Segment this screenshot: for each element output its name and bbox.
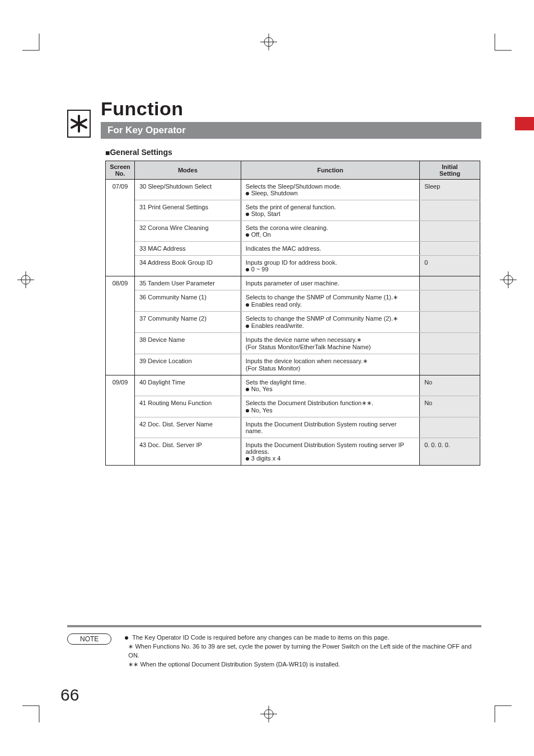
crop-mark-icon [22, 34, 45, 56]
function-cell: Inputs parameter of user machine. [241, 276, 419, 290]
initial-setting-cell [420, 221, 480, 242]
crop-mark-icon [489, 700, 512, 722]
page-number: 66 [60, 685, 79, 705]
table-row: 36 Community Name (1)Selects to change t… [106, 290, 480, 312]
table-header: Modes [134, 161, 241, 180]
initial-setting-cell: No [420, 375, 480, 396]
mode-cell: 33 MAC Address [134, 242, 241, 256]
registration-mark-icon [497, 269, 519, 291]
mode-cell: 38 Device Name [134, 333, 241, 354]
table-row: 07/0930 Sleep/Shutdown SelectSelects the… [106, 180, 480, 200]
function-asterisk-icon [67, 110, 91, 138]
registration-mark-icon [15, 269, 37, 291]
screen-no-cell: 07/09 [106, 180, 135, 276]
mode-cell: 31 Print General Settings [134, 200, 241, 221]
initial-setting-cell [420, 242, 480, 256]
table-row: 41 Routing Menu FunctionSelects the Docu… [106, 396, 480, 417]
table-header: Function [241, 161, 419, 180]
function-cell: Sets the corona wire cleaning.Off, On [241, 221, 419, 242]
note-badge: NOTE [67, 633, 111, 645]
table-row: 38 Device NameInputs the device name whe… [106, 333, 480, 354]
initial-setting-cell [420, 354, 480, 375]
registration-mark-icon [257, 703, 280, 725]
function-cell: Selects the Document Distribution functi… [241, 396, 419, 417]
table-row: 43 Doc. Dist. Server IPInputs the Docume… [106, 438, 480, 466]
function-cell: Inputs group ID for address book.0 ~ 99 [241, 256, 419, 276]
initial-setting-cell [420, 312, 480, 333]
initial-setting-cell [420, 200, 480, 221]
table-header: Screen No. [106, 161, 135, 180]
red-accent-bar [515, 117, 534, 130]
table-row: 08/0935 Tandem User ParameterInputs para… [106, 276, 480, 290]
screen-no-cell: 08/09 [106, 276, 135, 375]
screen-no-cell: 09/09 [106, 375, 135, 466]
function-cell: Sets the print of general function.Stop,… [241, 200, 419, 221]
crop-mark-icon [489, 34, 512, 56]
function-cell: Inputs the Document Distribution System … [241, 438, 419, 466]
section-heading: ■ General Settings [105, 148, 481, 157]
function-cell: Sets the daylight time.No, Yes [241, 375, 419, 396]
mode-cell: 41 Routing Menu Function [134, 396, 241, 417]
initial-setting-cell [420, 333, 480, 354]
function-cell: Inputs the device name when necessary.∗(… [241, 333, 419, 354]
table-header: Initial Setting [420, 161, 480, 180]
mode-cell: 35 Tandem User Parameter [134, 276, 241, 290]
mode-cell: 30 Sleep/Shutdown Select [134, 180, 241, 200]
function-cell: Indicates the MAC address. [241, 242, 419, 256]
mode-cell: 42 Doc. Dist. Server Name [134, 417, 241, 438]
mode-cell: 40 Daylight Time [134, 375, 241, 396]
mode-cell: 32 Corona Wire Cleaning [134, 221, 241, 242]
table-row: 34 Address Book Group IDInputs group ID … [106, 256, 480, 276]
function-cell: Inputs the device location when necessar… [241, 354, 419, 375]
mode-cell: 39 Device Location [134, 354, 241, 375]
crop-mark-icon [22, 700, 45, 722]
function-cell: Selects the Sleep/Shutdown mode.Sleep, S… [241, 180, 419, 200]
table-row: 09/0940 Daylight TimeSets the daylight t… [106, 375, 480, 396]
initial-setting-cell [420, 417, 480, 438]
table-row: 32 Corona Wire CleaningSets the corona w… [106, 221, 480, 242]
table-row: 42 Doc. Dist. Server NameInputs the Docu… [106, 417, 480, 438]
function-cell: Selects to change the SNMP of Community … [241, 312, 419, 333]
general-settings-table: Screen No. Modes Function Initial Settin… [105, 161, 480, 466]
initial-setting-cell [420, 276, 480, 290]
initial-setting-cell: 0 [420, 256, 480, 276]
table-row: 33 MAC AddressIndicates the MAC address. [106, 242, 480, 256]
page-subtitle: For Key Operator [101, 122, 481, 139]
page-title: Function [101, 98, 481, 120]
initial-setting-cell: 0. 0. 0. 0. [420, 438, 480, 466]
mode-cell: 43 Doc. Dist. Server IP [134, 438, 241, 466]
table-row: 37 Community Name (2)Selects to change t… [106, 312, 480, 333]
function-cell: Inputs the Document Distribution System … [241, 417, 419, 438]
initial-setting-cell [420, 290, 480, 312]
function-cell: Selects to change the SNMP of Community … [241, 290, 419, 312]
mode-cell: 34 Address Book Group ID [134, 256, 241, 276]
note-text: The Key Operator ID Code is required bef… [125, 633, 481, 669]
mode-cell: 37 Community Name (2) [134, 312, 241, 333]
registration-mark-icon [257, 31, 280, 53]
table-row: 31 Print General SettingsSets the print … [106, 200, 480, 221]
table-row: 39 Device LocationInputs the device loca… [106, 354, 480, 375]
horizontal-rule [67, 625, 481, 627]
initial-setting-cell: No [420, 396, 480, 417]
mode-cell: 36 Community Name (1) [134, 290, 241, 312]
initial-setting-cell: Sleep [420, 180, 480, 200]
